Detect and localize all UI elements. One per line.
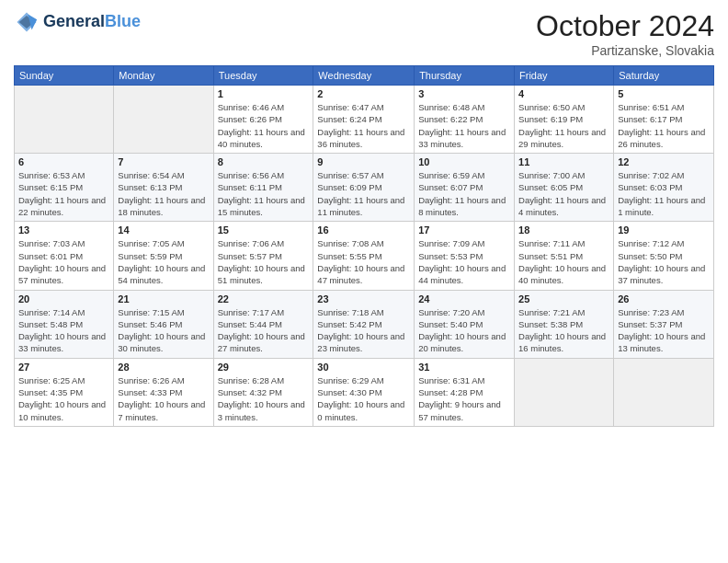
calendar-body: 1Sunrise: 6:46 AM Sunset: 6:26 PM Daylig… (15, 86, 714, 427)
calendar-cell: 28Sunrise: 6:26 AM Sunset: 4:33 PM Dayli… (114, 358, 213, 426)
day-number: 16 (317, 224, 410, 236)
day-number: 17 (418, 224, 510, 236)
calendar: SundayMondayTuesdayWednesdayThursdayFrid… (14, 65, 714, 427)
day-info: Sunrise: 7:02 AM Sunset: 6:03 PM Dayligh… (618, 169, 710, 218)
day-number: 3 (418, 88, 510, 99)
day-info: Sunrise: 7:15 AM Sunset: 5:46 PM Dayligh… (118, 306, 209, 355)
calendar-cell: 26Sunrise: 7:23 AM Sunset: 5:37 PM Dayli… (614, 290, 714, 358)
day-info: Sunrise: 6:46 AM Sunset: 6:26 PM Dayligh… (218, 101, 310, 150)
day-info: Sunrise: 6:59 AM Sunset: 6:07 PM Dayligh… (418, 169, 510, 218)
calendar-cell: 19Sunrise: 7:12 AM Sunset: 5:50 PM Dayli… (614, 222, 714, 290)
calendar-cell: 31Sunrise: 6:31 AM Sunset: 4:28 PM Dayli… (415, 358, 515, 426)
calendar-cell: 21Sunrise: 7:15 AM Sunset: 5:46 PM Dayli… (114, 290, 213, 358)
calendar-week-row: 13Sunrise: 7:03 AM Sunset: 6:01 PM Dayli… (15, 222, 714, 290)
day-info: Sunrise: 6:50 AM Sunset: 6:19 PM Dayligh… (518, 101, 609, 150)
calendar-cell: 7Sunrise: 6:54 AM Sunset: 6:13 PM Daylig… (114, 154, 213, 222)
calendar-cell: 27Sunrise: 6:25 AM Sunset: 4:35 PM Dayli… (15, 358, 114, 426)
weekday-header: Thursday (415, 66, 515, 86)
weekday-row: SundayMondayTuesdayWednesdayThursdayFrid… (15, 66, 714, 86)
calendar-cell: 8Sunrise: 6:56 AM Sunset: 6:11 PM Daylig… (213, 154, 313, 222)
day-number: 18 (518, 224, 609, 236)
day-number: 24 (418, 293, 510, 304)
day-info: Sunrise: 6:51 AM Sunset: 6:17 PM Dayligh… (618, 101, 710, 150)
calendar-header: SundayMondayTuesdayWednesdayThursdayFrid… (15, 66, 714, 86)
calendar-week-row: 1Sunrise: 6:46 AM Sunset: 6:26 PM Daylig… (15, 86, 714, 154)
calendar-cell: 5Sunrise: 6:51 AM Sunset: 6:17 PM Daylig… (614, 86, 714, 154)
day-number: 20 (18, 293, 109, 304)
logo-icon (14, 9, 40, 35)
day-info: Sunrise: 6:28 AM Sunset: 4:32 PM Dayligh… (218, 374, 310, 423)
weekday-header: Wednesday (313, 66, 415, 86)
day-info: Sunrise: 7:14 AM Sunset: 5:48 PM Dayligh… (18, 306, 109, 355)
title-block: October 2024 Partizanske, Slovakia (536, 9, 714, 58)
calendar-cell: 9Sunrise: 6:57 AM Sunset: 6:09 PM Daylig… (313, 154, 415, 222)
day-number: 28 (118, 362, 209, 373)
calendar-cell: 6Sunrise: 6:53 AM Sunset: 6:15 PM Daylig… (15, 154, 114, 222)
calendar-cell: 11Sunrise: 7:00 AM Sunset: 6:05 PM Dayli… (515, 154, 614, 222)
calendar-cell: 16Sunrise: 7:08 AM Sunset: 5:55 PM Dayli… (313, 222, 415, 290)
day-number: 14 (118, 224, 209, 236)
calendar-cell: 17Sunrise: 7:09 AM Sunset: 5:53 PM Dayli… (415, 222, 515, 290)
day-number: 11 (518, 156, 609, 167)
day-info: Sunrise: 6:53 AM Sunset: 6:15 PM Dayligh… (18, 169, 109, 218)
calendar-cell: 1Sunrise: 6:46 AM Sunset: 6:26 PM Daylig… (213, 86, 313, 154)
day-info: Sunrise: 7:18 AM Sunset: 5:42 PM Dayligh… (317, 306, 410, 355)
day-info: Sunrise: 6:48 AM Sunset: 6:22 PM Dayligh… (418, 101, 510, 150)
day-number: 6 (18, 156, 109, 167)
calendar-cell: 30Sunrise: 6:29 AM Sunset: 4:30 PM Dayli… (313, 358, 415, 426)
day-number: 10 (418, 156, 510, 167)
day-number: 25 (518, 293, 609, 304)
weekday-header: Sunday (15, 66, 114, 86)
calendar-cell: 13Sunrise: 7:03 AM Sunset: 6:01 PM Dayli… (15, 222, 114, 290)
day-info: Sunrise: 7:21 AM Sunset: 5:38 PM Dayligh… (518, 306, 609, 355)
day-number: 27 (18, 362, 109, 373)
calendar-cell: 15Sunrise: 7:06 AM Sunset: 5:57 PM Dayli… (213, 222, 313, 290)
day-number: 4 (518, 88, 609, 99)
day-info: Sunrise: 7:00 AM Sunset: 6:05 PM Dayligh… (518, 169, 609, 218)
calendar-cell (614, 358, 714, 426)
day-number: 26 (618, 293, 710, 304)
day-info: Sunrise: 6:47 AM Sunset: 6:24 PM Dayligh… (317, 101, 410, 150)
day-info: Sunrise: 7:08 AM Sunset: 5:55 PM Dayligh… (317, 237, 410, 286)
day-info: Sunrise: 7:11 AM Sunset: 5:51 PM Dayligh… (518, 237, 609, 286)
calendar-cell: 23Sunrise: 7:18 AM Sunset: 5:42 PM Dayli… (313, 290, 415, 358)
day-info: Sunrise: 6:56 AM Sunset: 6:11 PM Dayligh… (218, 169, 310, 218)
calendar-cell: 12Sunrise: 7:02 AM Sunset: 6:03 PM Dayli… (614, 154, 714, 222)
day-info: Sunrise: 7:09 AM Sunset: 5:53 PM Dayligh… (418, 237, 510, 286)
day-info: Sunrise: 7:03 AM Sunset: 6:01 PM Dayligh… (18, 237, 109, 286)
calendar-cell: 2Sunrise: 6:47 AM Sunset: 6:24 PM Daylig… (313, 86, 415, 154)
day-number: 30 (317, 362, 410, 373)
day-number: 13 (18, 224, 109, 236)
day-number: 19 (618, 224, 710, 236)
day-info: Sunrise: 6:54 AM Sunset: 6:13 PM Dayligh… (118, 169, 209, 218)
calendar-week-row: 20Sunrise: 7:14 AM Sunset: 5:48 PM Dayli… (15, 290, 714, 358)
calendar-cell: 3Sunrise: 6:48 AM Sunset: 6:22 PM Daylig… (415, 86, 515, 154)
weekday-header: Monday (114, 66, 213, 86)
day-info: Sunrise: 6:31 AM Sunset: 4:28 PM Dayligh… (418, 374, 510, 423)
month-title: October 2024 (536, 9, 714, 43)
day-info: Sunrise: 7:12 AM Sunset: 5:50 PM Dayligh… (618, 237, 710, 286)
calendar-cell: 24Sunrise: 7:20 AM Sunset: 5:40 PM Dayli… (415, 290, 515, 358)
day-number: 29 (218, 362, 310, 373)
day-number: 9 (317, 156, 410, 167)
day-info: Sunrise: 7:05 AM Sunset: 5:59 PM Dayligh… (118, 237, 209, 286)
day-number: 7 (118, 156, 209, 167)
day-info: Sunrise: 6:29 AM Sunset: 4:30 PM Dayligh… (317, 374, 410, 423)
calendar-cell: 29Sunrise: 6:28 AM Sunset: 4:32 PM Dayli… (213, 358, 313, 426)
logo-text: GeneralBlue (43, 13, 141, 31)
day-number: 8 (218, 156, 310, 167)
calendar-cell: 25Sunrise: 7:21 AM Sunset: 5:38 PM Dayli… (515, 290, 614, 358)
day-number: 21 (118, 293, 209, 304)
day-number: 12 (618, 156, 710, 167)
calendar-cell: 10Sunrise: 6:59 AM Sunset: 6:07 PM Dayli… (415, 154, 515, 222)
calendar-cell (15, 86, 114, 154)
calendar-cell: 22Sunrise: 7:17 AM Sunset: 5:44 PM Dayli… (213, 290, 313, 358)
day-info: Sunrise: 7:23 AM Sunset: 5:37 PM Dayligh… (618, 306, 710, 355)
weekday-header: Saturday (614, 66, 714, 86)
day-info: Sunrise: 6:26 AM Sunset: 4:33 PM Dayligh… (118, 374, 209, 423)
day-number: 31 (418, 362, 510, 373)
calendar-week-row: 6Sunrise: 6:53 AM Sunset: 6:15 PM Daylig… (15, 154, 714, 222)
weekday-header: Tuesday (213, 66, 313, 86)
day-number: 15 (218, 224, 310, 236)
calendar-cell: 14Sunrise: 7:05 AM Sunset: 5:59 PM Dayli… (114, 222, 213, 290)
